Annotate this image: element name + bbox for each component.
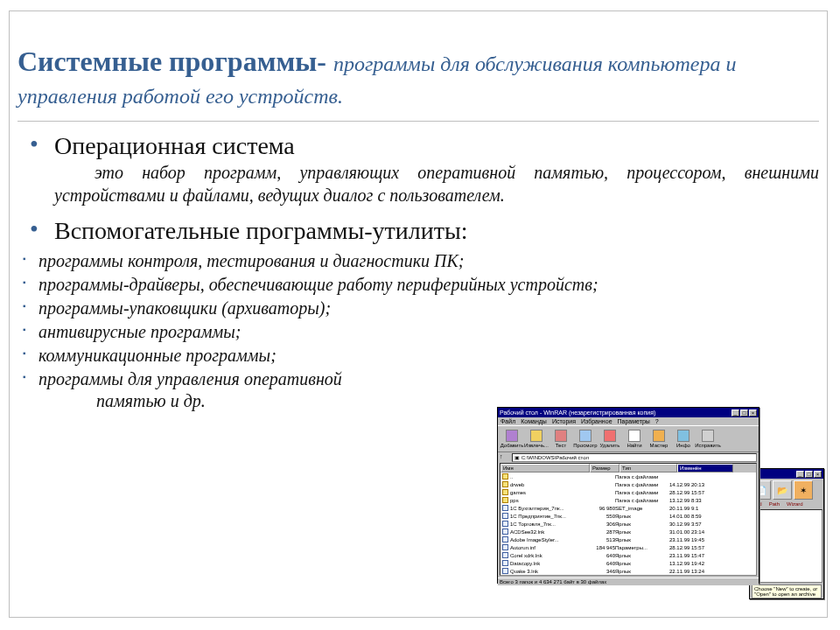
file-row[interactable]: gamesПапка с файлами28.12.99 15:57 [500,488,756,496]
cell-type: Ярлык [615,537,669,542]
win1-filelist[interactable]: Имя Размер Тип Изменён ..Папка с файлами… [500,463,757,576]
sub-item: программы для управления оперативной [18,368,700,391]
file-row[interactable]: ACDSee32.lnk287Ярлык31.01.00 23:14 [500,528,756,536]
file-row[interactable]: Quake 3.lnk346Ярлык22.11.99 13:24 [500,567,756,575]
menu-item[interactable]: История [552,418,576,424]
slide-content: Системные программы- программы для обслу… [18,19,819,411]
cell-date: 28.12.99 15:57 [669,545,722,550]
menu-item[interactable]: Файл [500,418,515,424]
books-icon [506,430,518,442]
cell-date: 28.12.99 15:57 [669,490,722,495]
file-icon [502,552,508,558]
cell-type: SET_image [615,506,669,511]
cell-type: Ярлык [615,522,669,527]
sub-item: программы контроля, тестирования и диагн… [18,249,700,273]
cell-name: Corel xdrk.lnk [510,553,589,558]
menu-item[interactable]: ? [655,418,659,424]
close-button[interactable]: × [749,410,757,416]
repair-icon [702,430,714,442]
cell-type: Ярлык [615,553,669,558]
file-icon [502,505,508,511]
cell-name: Quake 3.lnk [510,569,589,574]
minimize-button[interactable]: _ [796,471,804,478]
cell-name: Datacopy.lnk [510,561,589,566]
col-date[interactable]: Изменён [677,464,733,472]
up-button[interactable]: ↑ [500,453,510,462]
wizard-icon [653,430,665,442]
tb-test[interactable]: Тест [549,428,573,450]
file-row[interactable]: 1С Бухгалтерия_7пк...96 980SET_image20.1… [500,504,756,512]
cell-type: Параметры... [615,545,669,550]
file-row[interactable]: Datacopy.lnk640Ярлык13.12.99 19:42 [500,559,756,567]
win2-btn-wizard[interactable]: ✶ [794,480,813,500]
tb-add[interactable]: Добавить [500,428,524,450]
menu-item[interactable]: Избранное [581,418,612,424]
cell-date: 14.01.00 8:59 [669,514,722,519]
file-row[interactable]: ..Папка с файлами [500,472,756,480]
file-rows: ..Папка с файламиdrwebПапка с файлами14.… [500,472,756,575]
cell-type: Папка с файлами [615,474,669,480]
sub-item: программы-упаковщики (архиваторы); [18,297,700,320]
file-row[interactable]: 1С Предприятие_7пк...550Ярлык14.01.00 8:… [500,512,756,520]
tb-delete[interactable]: Удалить [598,428,622,450]
file-icon [502,528,508,535]
bullet-utils: Вспомогательные программы-утилиты: [18,215,819,246]
sub-item: антивирусные программы; [18,320,700,344]
win1-titlebar[interactable]: Рабочий стол - WinRAR (незарегистрирован… [498,408,759,417]
file-row[interactable]: 1С Торговля_7пк...306Ярлык30.12.99 3:57 [500,520,756,528]
drive-icon: ▣ [514,455,520,460]
col-type[interactable]: Тип [620,464,677,472]
tb-find[interactable]: Найти [622,428,647,450]
win2-titlebar[interactable]: _ □ × [750,469,823,479]
cell-date: 13.12.99 19:42 [669,561,722,566]
menu-item[interactable]: Параметры [618,418,650,424]
file-row[interactable]: Adobe ImageStyler...513Ярлык23.11.99 19:… [500,536,756,543]
maximize-button[interactable]: □ [805,471,813,478]
cell-size: 640 [589,553,615,558]
cell-date: 13.12.99 8:33 [669,498,722,503]
address-input[interactable]: ▣ C:\WINDOWS\Рабочий стол [512,453,757,462]
maximize-button[interactable]: □ [740,410,748,416]
win2-list[interactable] [751,509,822,583]
close-button[interactable]: × [814,471,822,478]
window-winrar: Рабочий стол - WinRAR (незарегистрирован… [497,407,760,584]
view-icon [579,430,592,442]
title-bold: Системные программы- [18,46,333,77]
cell-date: 22.11.99 13:24 [669,569,722,574]
col-name[interactable]: Имя [500,464,590,472]
extract-icon [530,430,542,442]
cell-date: 20.11.99 9:1 [669,506,722,511]
menu-item[interactable]: Команды [521,418,547,424]
tb-repair[interactable]: Исправить [696,428,720,450]
minimize-button[interactable]: _ [732,410,739,416]
tb-extract[interactable]: Извлечь... [524,428,549,450]
win2-controls: _ □ × [796,471,822,478]
win2-toolbar: 📄 📂 ✶ [750,479,823,501]
cell-type: Ярлык [615,529,669,535]
win1-toolbar: Добавить Извлечь... Тест Просмотр Удалит… [498,425,759,452]
tb-view[interactable]: Просмотр [573,428,598,450]
tb-info[interactable]: Инфо [671,428,696,450]
os-description: это набор программ, управляющих оператив… [18,161,819,206]
win2-btn-2[interactable]: 📂 [773,480,792,500]
file-icon [502,568,508,574]
address-text: C:\WINDOWS\Рабочий стол [522,455,589,460]
cell-name: pps [510,498,589,503]
sub-item: программы-драйверы, обеспечивающие работ… [18,273,700,297]
folder-icon [502,481,508,487]
col-size[interactable]: Размер [590,464,620,472]
find-icon [628,430,640,442]
tb-wizard[interactable]: Мастер [647,428,671,450]
body-list: Операционная система [18,130,819,161]
bullet-os: Операционная система [18,130,819,161]
column-headers: Имя Размер Тип Изменён [500,464,756,472]
file-row[interactable]: Autorun.inf184 945Параметры...28.12.99 1… [500,543,756,551]
file-row[interactable]: Corel xdrk.lnk640Ярлык23.11.99 15:47 [500,551,756,559]
test-icon [555,430,567,442]
folder-icon [502,473,508,480]
cell-name: 1С Бухгалтерия_7пк... [510,506,589,511]
file-icon [502,560,508,566]
file-row[interactable]: ppsПапка с файлами13.12.99 8:33 [500,496,756,504]
title-underline [18,121,819,122]
file-row[interactable]: drwebПапка с файлами14.12.99 20:13 [500,480,756,488]
